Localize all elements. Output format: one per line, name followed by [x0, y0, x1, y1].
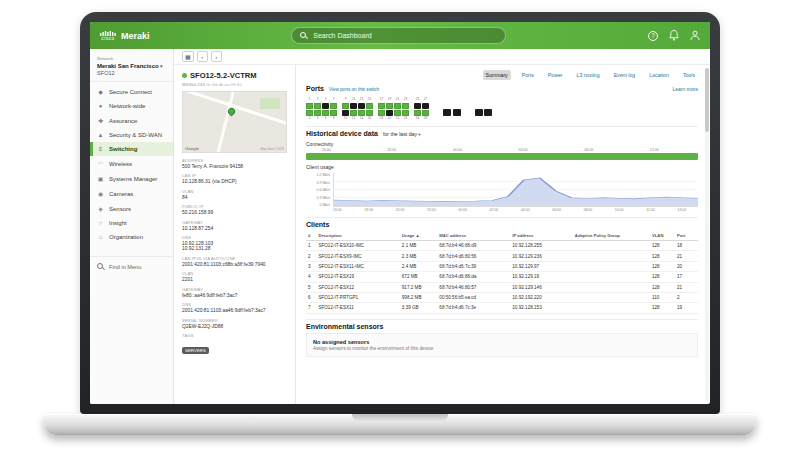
- column-header-usage[interactable]: Usage ▲: [400, 231, 438, 241]
- tab-l3-routing[interactable]: L3 routing: [574, 70, 603, 80]
- device-location-map[interactable]: Google Map data ©2023: [182, 91, 287, 153]
- sidebar-item-secure-connect[interactable]: ◆Secure Connect: [90, 84, 173, 99]
- uplink-port[interactable]: [443, 109, 451, 116]
- list-view-icon[interactable]: ▦: [182, 51, 194, 62]
- sidebar-item-organization[interactable]: ⌂Organization: [90, 230, 173, 244]
- port-21[interactable]: [394, 103, 401, 109]
- port-28[interactable]: [422, 110, 429, 116]
- detail-value: Q2EW-EJ2Q-JD88: [182, 324, 287, 329]
- learn-more-link[interactable]: Learn more: [672, 86, 698, 92]
- prev-device-button[interactable]: ‹: [197, 51, 208, 62]
- scrollbar-thumb[interactable]: [705, 68, 709, 132]
- port-16[interactable]: [366, 110, 373, 116]
- port-24[interactable]: [402, 110, 409, 116]
- port-15[interactable]: [366, 103, 373, 109]
- tab-tools[interactable]: Tools: [680, 70, 698, 80]
- port-9[interactable]: [342, 103, 349, 109]
- column-header-port[interactable]: Port: [675, 231, 698, 241]
- port-25[interactable]: [414, 103, 421, 109]
- port-10[interactable]: [342, 110, 349, 116]
- client-link[interactable]: SFO12-IT-ESX10-IMC: [316, 241, 399, 251]
- column-header-description[interactable]: Description: [316, 231, 399, 241]
- port-2[interactable]: [306, 110, 313, 116]
- sidebar-item-label: Assurance: [109, 118, 137, 124]
- sidebar-item-wireless[interactable]: ◠Wireless: [90, 156, 173, 171]
- port-20[interactable]: [386, 110, 393, 116]
- device-detail-vlan: VLAN84: [182, 189, 287, 200]
- port-number: 20: [388, 117, 391, 121]
- tab-event-log[interactable]: Event log: [611, 70, 639, 80]
- column-header-adaptive-policy-group[interactable]: Adaptive Policy Group: [573, 231, 650, 241]
- client-ip: 10.92.129.97: [510, 261, 573, 271]
- next-device-button[interactable]: ›: [211, 51, 222, 62]
- client-link[interactable]: SFO12-IT-ESX9-IMC: [316, 251, 399, 261]
- port-8[interactable]: [330, 110, 337, 116]
- network-selector[interactable]: Network Meraki San Francisco SFO12: [90, 54, 173, 82]
- help-icon[interactable]: [648, 31, 658, 41]
- search-dashboard-input[interactable]: Search Dashboard: [291, 27, 506, 44]
- device-detail-public-ip: PUBLIC IP50.216.158.99: [182, 204, 287, 215]
- sidebar-item-security-sd-wan[interactable]: ▲Security & SD-WAN: [90, 128, 173, 142]
- tab-ports[interactable]: Ports: [519, 70, 537, 80]
- port-column: 12: [306, 98, 313, 120]
- client-link[interactable]: SFO12-IT-ESX11-IMC: [316, 261, 399, 271]
- time-range-dropdown[interactable]: for the last day: [383, 131, 421, 137]
- sidebar-item-assurance[interactable]: ✚Assurance: [90, 113, 173, 128]
- port-7[interactable]: [330, 103, 337, 109]
- scrollbar[interactable]: [705, 68, 709, 401]
- port-column: 56: [322, 98, 329, 120]
- network-name[interactable]: Meraki San Francisco: [97, 63, 166, 69]
- port-3[interactable]: [314, 103, 321, 109]
- port-13[interactable]: [358, 103, 365, 109]
- sidebar-item-sensors[interactable]: ◈Sensors: [90, 201, 173, 216]
- tab-summary[interactable]: Summary: [483, 70, 511, 80]
- column-header-vlan[interactable]: VLAN: [650, 231, 675, 241]
- notifications-bell-icon[interactable]: [669, 30, 679, 41]
- sidebar-item-label: Network-wide: [109, 103, 145, 109]
- uplink-module-1: [443, 109, 461, 120]
- client-link[interactable]: SFO12-IT-ESX11: [316, 303, 399, 313]
- client-link[interactable]: SFO12-IT-PRTGP1: [316, 292, 399, 302]
- account-icon[interactable]: [690, 30, 700, 41]
- sidebar-item-label: Systems Manager: [109, 176, 157, 182]
- port-6[interactable]: [322, 110, 329, 116]
- port-5[interactable]: [322, 103, 329, 109]
- port-14[interactable]: [358, 110, 365, 116]
- port-23[interactable]: [402, 103, 409, 109]
- port-19[interactable]: [386, 103, 393, 109]
- uplink-port[interactable]: [484, 109, 492, 116]
- view-ports-link[interactable]: View ports on this switch: [329, 87, 379, 92]
- port-12[interactable]: [350, 110, 357, 116]
- uplink-port[interactable]: [475, 109, 483, 116]
- find-in-menu-search-icon: [97, 263, 104, 270]
- uplink-port[interactable]: [453, 109, 461, 116]
- usage-xtick: 10:00: [615, 208, 624, 212]
- find-in-menu[interactable]: Find in Menu: [90, 256, 173, 276]
- client-usage: 2.1 MB: [400, 241, 438, 251]
- client-usage: 998.2 MB: [400, 292, 438, 302]
- column-header-ip-address[interactable]: IP address: [510, 231, 573, 241]
- column-header-[interactable]: #: [306, 231, 316, 241]
- port-11[interactable]: [350, 103, 357, 109]
- port-22[interactable]: [394, 110, 401, 116]
- column-header-mac-address[interactable]: MAC address: [437, 231, 510, 241]
- port-number: 15: [368, 98, 371, 102]
- tab-power[interactable]: Power: [545, 70, 566, 80]
- building-icon: ⌂: [97, 234, 104, 240]
- port-18[interactable]: [378, 110, 385, 116]
- port-17[interactable]: [378, 103, 385, 109]
- port-26[interactable]: [414, 110, 421, 116]
- sidebar-item-switching[interactable]: ≡Switching: [90, 142, 173, 156]
- port-4[interactable]: [314, 110, 321, 116]
- port-1[interactable]: [306, 103, 313, 109]
- client-link[interactable]: SFO12-IT-ESX19: [316, 272, 399, 282]
- sidebar-item-systems-manager[interactable]: ▣Systems Manager: [90, 171, 173, 186]
- port-27[interactable]: [422, 103, 429, 109]
- sidebar-item-cameras[interactable]: ◉Cameras: [90, 186, 173, 201]
- client-link[interactable]: SFO12-IT-ESX12: [316, 282, 399, 292]
- sidebar-item-insight[interactable]: ○Insight: [90, 216, 173, 230]
- sidebar-item-network-wide[interactable]: ●Network-wide: [90, 99, 173, 113]
- client-vlan: 128: [650, 261, 675, 271]
- tab-location[interactable]: Location: [646, 70, 672, 80]
- cisco-meraki-logo[interactable]: cisco Meraki: [100, 31, 150, 41]
